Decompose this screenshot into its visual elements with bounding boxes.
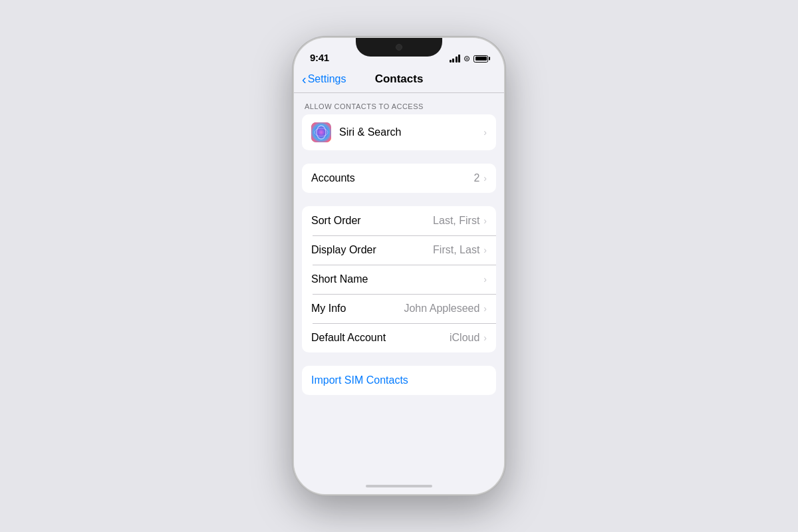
my-info-value: John Appleseed (404, 303, 479, 315)
siri-icon (311, 122, 331, 142)
front-camera (396, 44, 402, 51)
chevron-right-icon: › (483, 245, 487, 255)
power-button[interactable] (504, 124, 505, 158)
navigation-bar: ‹ Settings Contacts (294, 67, 504, 93)
siri-search-item[interactable]: Siri & Search › (302, 114, 496, 150)
accounts-group: Accounts 2 › (302, 164, 496, 193)
import-sim-label: Import SIM Contacts (311, 374, 487, 386)
battery-icon (473, 55, 488, 63)
volume-up-button[interactable] (293, 118, 294, 139)
import-sim-item[interactable]: Import SIM Contacts (302, 366, 496, 395)
chevron-left-icon: ‹ (302, 72, 307, 86)
back-label: Settings (308, 73, 346, 85)
short-name-label: Short Name (311, 273, 483, 285)
chevron-right-icon: › (483, 332, 487, 343)
allow-access-label: ALLOW CONTACTS TO ACCESS (294, 93, 504, 114)
home-indicator (294, 478, 504, 494)
signal-icon (450, 55, 461, 63)
default-account-item[interactable]: Default Account iCloud › (302, 323, 496, 352)
sort-order-label: Sort Order (311, 215, 433, 227)
chevron-right-icon: › (483, 215, 487, 226)
siri-search-label: Siri & Search (339, 126, 483, 138)
my-info-item[interactable]: My Info John Appleseed › (302, 294, 496, 323)
sort-order-item[interactable]: Sort Order Last, First › (302, 206, 496, 235)
chevron-right-icon: › (483, 274, 487, 285)
display-order-item[interactable]: Display Order First, Last › (302, 235, 496, 265)
accounts-value: 2 (473, 172, 479, 184)
back-button[interactable]: ‹ Settings (302, 72, 346, 86)
short-name-item[interactable]: Short Name › (302, 265, 496, 294)
display-order-value: First, Last (433, 244, 479, 256)
silent-button[interactable] (293, 91, 294, 106)
preferences-group: Sort Order Last, First › Display Order F… (302, 206, 496, 352)
status-icons: ⊜ (450, 54, 489, 63)
volume-down-button[interactable] (293, 148, 294, 169)
phone-frame: 9:41 ⊜ ‹ Settings Contacts ALLOW CO (293, 37, 505, 495)
default-account-value: iCloud (450, 332, 479, 344)
accounts-label: Accounts (311, 172, 473, 184)
siri-search-group: Siri & Search › (302, 114, 496, 150)
chevron-right-icon: › (483, 127, 487, 138)
sort-order-value: Last, First (433, 215, 479, 227)
chevron-right-icon: › (483, 303, 487, 314)
status-time: 9:41 (310, 52, 329, 63)
default-account-label: Default Account (311, 332, 450, 344)
notch (356, 38, 442, 57)
import-sim-group: Import SIM Contacts (302, 366, 496, 395)
page-title: Contacts (375, 72, 424, 86)
my-info-label: My Info (311, 303, 404, 315)
wifi-icon: ⊜ (464, 54, 470, 63)
chevron-right-icon: › (483, 173, 487, 184)
display-order-label: Display Order (311, 244, 433, 256)
settings-content: ALLOW CONTACTS TO ACCESS (294, 93, 504, 478)
home-bar (366, 485, 432, 487)
accounts-item[interactable]: Accounts 2 › (302, 164, 496, 193)
